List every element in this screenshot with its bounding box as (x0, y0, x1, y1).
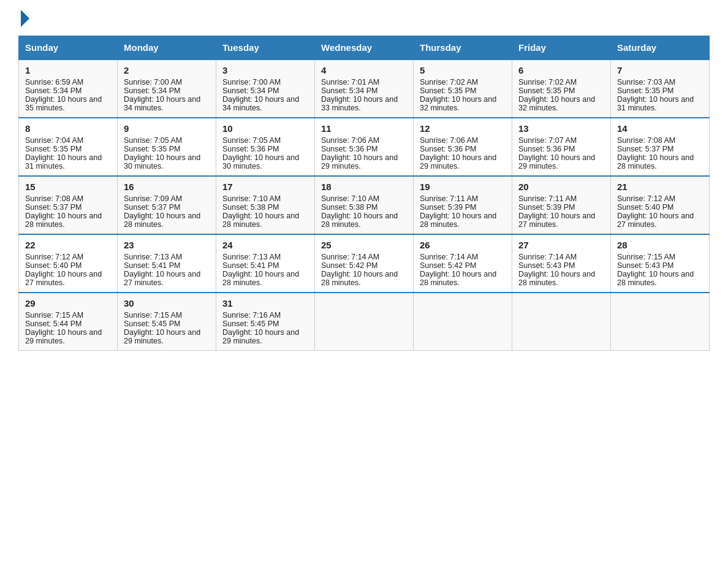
calendar-cell: 21Sunrise: 7:12 AMSunset: 5:40 PMDayligh… (611, 176, 710, 234)
sunset-text: Sunset: 5:43 PM (617, 261, 673, 270)
sunrise-text: Sunrise: 7:05 AM (222, 136, 281, 145)
day-number: 6 (518, 65, 604, 75)
daylight-text: Daylight: 10 hours and 34 minutes. (222, 95, 299, 112)
daylight-text: Daylight: 10 hours and 28 minutes. (420, 270, 496, 287)
sunrise-text: Sunrise: 7:12 AM (25, 253, 83, 261)
day-number: 2 (124, 65, 210, 75)
day-number: 26 (420, 240, 506, 250)
sunrise-text: Sunrise: 7:13 AM (124, 253, 182, 261)
daylight-text: Daylight: 10 hours and 28 minutes. (321, 212, 398, 229)
col-header-sunday: Sunday (19, 36, 118, 60)
sunset-text: Sunset: 5:36 PM (222, 145, 279, 153)
sunset-text: Sunset: 5:38 PM (222, 203, 279, 212)
calendar-cell: 29Sunrise: 7:15 AMSunset: 5:44 PMDayligh… (19, 293, 118, 351)
col-header-thursday: Thursday (414, 36, 512, 60)
calendar-cell: 15Sunrise: 7:08 AMSunset: 5:37 PMDayligh… (19, 176, 118, 234)
daylight-text: Daylight: 10 hours and 31 minutes. (25, 153, 102, 170)
sunset-text: Sunset: 5:38 PM (321, 203, 377, 212)
sunset-text: Sunset: 5:39 PM (518, 203, 575, 212)
day-number: 17 (222, 182, 308, 192)
calendar-cell: 5Sunrise: 7:02 AMSunset: 5:35 PMDaylight… (414, 59, 512, 118)
sunset-text: Sunset: 5:40 PM (617, 203, 673, 212)
week-row-2: 8Sunrise: 7:04 AMSunset: 5:35 PMDaylight… (19, 118, 710, 176)
day-number: 13 (518, 123, 604, 134)
calendar-cell: 11Sunrise: 7:06 AMSunset: 5:36 PMDayligh… (315, 118, 414, 176)
calendar-cell: 27Sunrise: 7:14 AMSunset: 5:43 PMDayligh… (512, 234, 611, 293)
day-number: 7 (617, 65, 703, 75)
week-row-5: 29Sunrise: 7:15 AMSunset: 5:44 PMDayligh… (19, 293, 710, 351)
day-number: 4 (321, 65, 407, 75)
calendar-cell: 16Sunrise: 7:09 AMSunset: 5:37 PMDayligh… (118, 176, 216, 234)
week-row-4: 22Sunrise: 7:12 AMSunset: 5:40 PMDayligh… (19, 234, 710, 293)
sunset-text: Sunset: 5:41 PM (124, 261, 180, 270)
sunset-text: Sunset: 5:36 PM (321, 145, 377, 153)
day-number: 20 (518, 182, 604, 192)
sunset-text: Sunset: 5:35 PM (518, 86, 575, 95)
calendar-cell: 3Sunrise: 7:00 AMSunset: 5:34 PMDaylight… (216, 59, 315, 118)
day-number: 10 (222, 123, 308, 134)
logo-triangle-icon (21, 10, 29, 27)
day-number: 15 (25, 182, 111, 192)
week-row-3: 15Sunrise: 7:08 AMSunset: 5:37 PMDayligh… (19, 176, 710, 234)
col-header-tuesday: Tuesday (216, 36, 315, 60)
sunset-text: Sunset: 5:43 PM (518, 261, 575, 270)
sunset-text: Sunset: 5:35 PM (420, 86, 476, 95)
daylight-text: Daylight: 10 hours and 35 minutes. (25, 95, 102, 112)
sunrise-text: Sunrise: 6:59 AM (25, 78, 83, 86)
daylight-text: Daylight: 10 hours and 28 minutes. (420, 212, 496, 229)
calendar-cell: 2Sunrise: 7:00 AMSunset: 5:34 PMDaylight… (118, 59, 216, 118)
daylight-text: Daylight: 10 hours and 30 minutes. (124, 153, 200, 170)
calendar-cell: 25Sunrise: 7:14 AMSunset: 5:42 PMDayligh… (315, 234, 414, 293)
sunset-text: Sunset: 5:45 PM (124, 320, 180, 328)
sunset-text: Sunset: 5:45 PM (222, 320, 279, 328)
sunrise-text: Sunrise: 7:09 AM (124, 194, 182, 203)
sunrise-text: Sunrise: 7:14 AM (420, 253, 478, 261)
col-header-saturday: Saturday (611, 36, 710, 60)
sunrise-text: Sunrise: 7:07 AM (518, 136, 577, 145)
sunrise-text: Sunrise: 7:11 AM (420, 194, 478, 203)
calendar-cell: 4Sunrise: 7:01 AMSunset: 5:34 PMDaylight… (315, 59, 414, 118)
sunrise-text: Sunrise: 7:15 AM (124, 311, 182, 320)
calendar-cell: 10Sunrise: 7:05 AMSunset: 5:36 PMDayligh… (216, 118, 315, 176)
daylight-text: Daylight: 10 hours and 32 minutes. (420, 95, 496, 112)
col-header-monday: Monday (118, 36, 216, 60)
calendar-cell: 30Sunrise: 7:15 AMSunset: 5:45 PMDayligh… (118, 293, 216, 351)
sunrise-text: Sunrise: 7:02 AM (420, 78, 478, 86)
calendar-cell: 9Sunrise: 7:05 AMSunset: 5:35 PMDaylight… (118, 118, 216, 176)
day-number: 21 (617, 182, 703, 192)
daylight-text: Daylight: 10 hours and 29 minutes. (222, 328, 299, 345)
logo (18, 12, 29, 23)
calendar-cell: 23Sunrise: 7:13 AMSunset: 5:41 PMDayligh… (118, 234, 216, 293)
calendar-cell (315, 293, 414, 351)
col-header-wednesday: Wednesday (315, 36, 414, 60)
daylight-text: Daylight: 10 hours and 28 minutes. (617, 153, 694, 170)
header-row: SundayMondayTuesdayWednesdayThursdayFrid… (19, 36, 710, 60)
daylight-text: Daylight: 10 hours and 34 minutes. (124, 95, 200, 112)
daylight-text: Daylight: 10 hours and 28 minutes. (222, 212, 299, 229)
sunset-text: Sunset: 5:39 PM (420, 203, 476, 212)
daylight-text: Daylight: 10 hours and 29 minutes. (124, 328, 200, 345)
calendar-cell: 31Sunrise: 7:16 AMSunset: 5:45 PMDayligh… (216, 293, 315, 351)
calendar-cell: 20Sunrise: 7:11 AMSunset: 5:39 PMDayligh… (512, 176, 611, 234)
sunset-text: Sunset: 5:35 PM (124, 145, 180, 153)
day-number: 23 (124, 240, 210, 250)
sunrise-text: Sunrise: 7:15 AM (617, 253, 675, 261)
calendar-cell: 13Sunrise: 7:07 AMSunset: 5:36 PMDayligh… (512, 118, 611, 176)
day-number: 9 (124, 123, 210, 134)
sunrise-text: Sunrise: 7:05 AM (124, 136, 182, 145)
sunrise-text: Sunrise: 7:02 AM (518, 78, 577, 86)
day-number: 18 (321, 182, 407, 192)
calendar-cell: 12Sunrise: 7:06 AMSunset: 5:36 PMDayligh… (414, 118, 512, 176)
daylight-text: Daylight: 10 hours and 29 minutes. (25, 328, 102, 345)
sunset-text: Sunset: 5:37 PM (617, 145, 673, 153)
day-number: 31 (222, 298, 308, 308)
week-row-1: 1Sunrise: 6:59 AMSunset: 5:34 PMDaylight… (19, 59, 710, 118)
day-number: 14 (617, 123, 703, 134)
sunrise-text: Sunrise: 7:06 AM (321, 136, 379, 145)
day-number: 27 (518, 240, 604, 250)
calendar-cell: 7Sunrise: 7:03 AMSunset: 5:35 PMDaylight… (611, 59, 710, 118)
day-number: 11 (321, 123, 407, 134)
sunset-text: Sunset: 5:37 PM (124, 203, 180, 212)
sunset-text: Sunset: 5:41 PM (222, 261, 279, 270)
sunset-text: Sunset: 5:36 PM (518, 145, 575, 153)
